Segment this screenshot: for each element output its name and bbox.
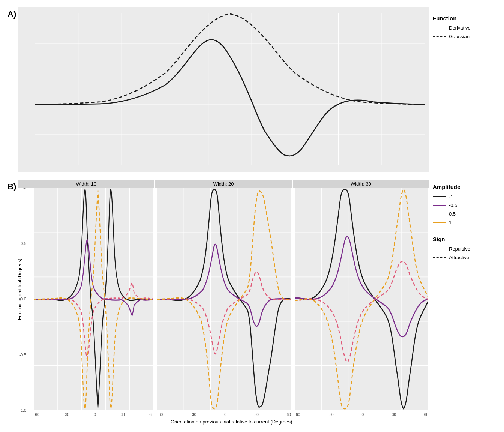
subchart3-svg [295,188,428,410]
xtick--60-3: -60 [295,412,300,417]
amp-m05-label: -0.5 [449,202,457,208]
legend-derivative: Derivative [433,25,493,31]
derivative-line-icon [433,28,446,28]
subchart2-svg [157,188,291,410]
legend-attractive: Attractive [433,255,493,260]
panel-a-chart [18,8,429,172]
amplitude-legend-title: Amplitude [433,184,493,190]
panel-a-label: A) [8,9,16,172]
subchart-title-2: Width: 20 [155,180,291,188]
amp-m1-label: -1 [449,194,453,200]
xtick-0-2: 0 [224,412,226,417]
xtick-0-3: 0 [362,412,364,417]
subchart-title-1: Width: 10 [18,180,154,188]
legend-amp-p05: 0.5 [433,211,493,217]
xtick-60-2: 60 [287,412,291,417]
ytick--0.5: -0.5 [20,353,26,357]
attractive-line-icon [433,257,446,258]
legend-gaussian: Gaussian [433,34,493,39]
panel-a: A) [8,8,496,172]
gaussian-line-icon [433,36,446,37]
main-container: A) [0,0,504,432]
ytick--1.0: -1.0 [20,408,26,412]
xtick--60-2: -60 [157,412,162,417]
xtick--30-1: -30 [64,412,69,417]
panel-b-subcharts: Width: 10 Error on current trial (Degree… [18,180,429,411]
legend-repulsive: Repulsive [433,246,493,252]
gaussian-label: Gaussian [449,34,470,39]
amp-p05-line [433,214,446,214]
panel-a-svg [35,13,425,165]
legend-amp-m1: -1 [433,194,493,200]
amp-m1-line [433,196,446,197]
panel-b: B) Width: 10 Error on current trial (Deg… [8,180,496,424]
ytick-0.5: 0.5 [21,242,26,246]
x-axis-label: Orientation on previous trial relative t… [18,419,429,424]
panel-b-label: B) [8,182,16,424]
repulsive-line-icon [433,249,446,249]
amp-m05-line [433,205,446,206]
xtick-30-2: 30 [255,412,259,417]
amp-p1-line [433,222,446,223]
attractive-label: Attractive [449,255,469,260]
legend-amp-m05: -0.5 [433,202,493,208]
xtick-60-3: 60 [424,412,428,417]
repulsive-label: Repulsive [449,246,470,252]
subchart1-svg [34,188,153,410]
xtick-60-1: 60 [149,412,153,417]
derivative-label: Derivative [449,25,471,31]
ytick-0.0: 0.0 [21,297,26,301]
xtick-30-3: 30 [392,412,396,417]
panel-b-charts: Width: 10 Error on current trial (Degree… [18,180,429,424]
xtick--30-3: -30 [328,412,333,417]
subchart-width-20: Width: 20 [155,180,291,411]
legend-a-title: Function [433,15,493,21]
panel-a-legend: Function Derivative Gaussian [429,8,496,172]
subchart-title-3: Width: 30 [293,180,429,188]
subchart-width-10: Width: 10 Error on current trial (Degree… [18,180,154,411]
subchart-width-30: Width: 30 [293,180,429,411]
sign-legend-title: Sign [433,236,493,242]
amp-p1-label: 1 [449,220,452,225]
amp-p05-label: 0.5 [449,211,456,217]
xtick-30-1: 30 [121,412,125,417]
xtick-0-1: 0 [94,412,96,417]
legend-amp-p1: 1 [433,220,493,225]
panel-b-legend: Amplitude -1 -0.5 0.5 1 Sign Re [429,180,496,424]
sign-legend: Sign Repulsive Attractive [433,236,493,263]
xtick--30-2: -30 [191,412,196,417]
xtick--60-1: -60 [34,412,39,417]
